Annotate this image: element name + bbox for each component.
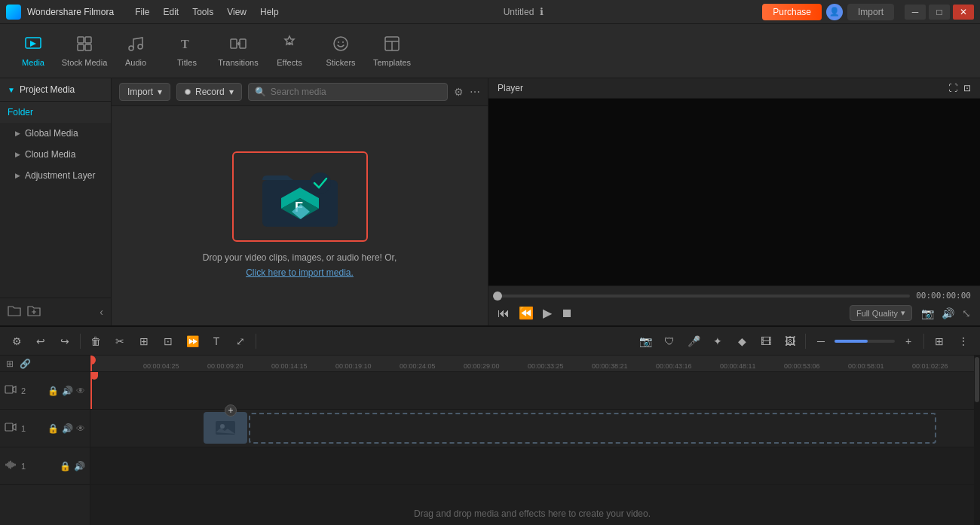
import-dropdown[interactable]: Import ▾ <box>119 83 170 101</box>
track1-mute-icon[interactable]: 🔊 <box>62 423 73 434</box>
quality-selector[interactable]: Full Quality ▾ <box>850 305 912 321</box>
minimize-button[interactable]: ─ <box>905 5 926 20</box>
user-avatar[interactable]: 👤 <box>826 4 843 20</box>
menu-help[interactable]: Help <box>254 4 285 20</box>
grid-button[interactable]: ⊞ <box>929 331 950 352</box>
tool-transitions[interactable]: Transitions <box>214 29 262 74</box>
media-area: Import ▾ Record ▾ 🔍 ⚙ ⋯ <box>112 78 488 325</box>
adjust-button[interactable]: ⤢ <box>230 331 251 352</box>
tool-stock-media[interactable]: Stock Media <box>60 29 109 74</box>
nav-folder[interactable]: Folder <box>0 102 111 123</box>
drop-folder-area[interactable]: F <box>232 151 368 242</box>
drop-link[interactable]: Click here to import media. <box>246 267 354 278</box>
track-row-audio1[interactable] <box>90 447 974 485</box>
zoom-out-button[interactable]: ─ <box>810 331 831 352</box>
svg-rect-1 <box>78 37 84 43</box>
text-button[interactable]: T <box>206 331 227 352</box>
panel-collapse-icon[interactable]: ‹ <box>100 306 103 318</box>
zoom-in-button[interactable]: + <box>898 331 919 352</box>
link-icon[interactable]: 🔗 <box>20 359 31 369</box>
tool-audio[interactable]: Audio <box>112 29 160 74</box>
track-row-video2[interactable] <box>90 372 974 410</box>
close-button[interactable]: ✕ <box>953 5 974 20</box>
timeline-scrollbar[interactable] <box>974 356 980 525</box>
track-row-video1[interactable]: + <box>90 410 974 447</box>
scrollbar-thumb[interactable] <box>975 357 979 402</box>
more-options-icon[interactable]: ⋯ <box>470 86 480 98</box>
timeline-track-labels: ⊞ 🔗 2 🔒 🔊 👁 <box>0 356 90 525</box>
track2-lock-icon[interactable]: 🔒 <box>47 386 59 396</box>
volume-icon[interactable]: 🔊 <box>942 307 954 319</box>
more-button[interactable]: ⋮ <box>953 331 974 352</box>
effects-timeline-button[interactable]: ✦ <box>707 331 728 352</box>
delete-button[interactable]: 🗑 <box>85 331 106 352</box>
filter-icon[interactable]: ⚙ <box>454 86 464 98</box>
player-settings-icon[interactable]: ⊡ <box>963 83 971 93</box>
image-button[interactable]: 🖼 <box>779 331 801 352</box>
menu-bar: File Edit Tools View Help <box>129 4 285 20</box>
menu-view[interactable]: View <box>221 4 253 20</box>
import-header-button[interactable]: Import <box>847 4 894 20</box>
tool-titles[interactable]: T Titles <box>163 29 211 74</box>
zoom-slider[interactable] <box>835 340 895 343</box>
transitions-icon <box>229 35 247 55</box>
add-track-icon[interactable]: ⊞ <box>6 359 14 369</box>
audio1-mute-icon[interactable]: 🔊 <box>74 461 85 472</box>
record-dropdown[interactable]: Record ▾ <box>176 83 242 101</box>
timeline-settings-button[interactable]: ⚙ <box>6 331 27 352</box>
stop-button[interactable]: ⏹ <box>561 307 573 320</box>
tool-templates[interactable]: Templates <box>368 29 416 74</box>
track2-visibility-icon[interactable]: 👁 <box>76 386 85 396</box>
nav-cloud-media[interactable]: ▶ Cloud Media <box>0 144 111 165</box>
progress-bar[interactable] <box>498 295 910 298</box>
track1-visibility-icon[interactable]: 👁 <box>76 423 85 434</box>
camera-button[interactable]: 📷 <box>635 331 656 352</box>
keyframe-button[interactable]: ◆ <box>731 331 752 352</box>
folder-new-icon[interactable] <box>27 304 41 319</box>
menu-edit[interactable]: Edit <box>158 4 185 20</box>
video2-icon <box>5 384 17 397</box>
crop-timeline-button[interactable]: ⊡ <box>158 331 179 352</box>
screenshot-icon[interactable]: 📷 <box>921 307 934 319</box>
maximize-button[interactable]: □ <box>929 5 950 20</box>
frame-back-button[interactable]: ⏪ <box>519 306 534 320</box>
nav-adjustment-layer[interactable]: ▶ Adjustment Layer <box>0 165 111 186</box>
folder-open-icon[interactable] <box>8 304 21 319</box>
info-icon[interactable]: ℹ <box>540 6 544 17</box>
global-media-label: Global Media <box>25 128 78 139</box>
shield-button[interactable]: 🛡 <box>659 331 680 352</box>
menu-tools[interactable]: Tools <box>186 4 219 20</box>
track1-lock-icon[interactable]: 🔒 <box>47 423 59 434</box>
crop-icon[interactable]: ⤡ <box>962 307 971 319</box>
speed-button[interactable]: ⏩ <box>182 331 203 352</box>
track-drop-zone[interactable] <box>249 413 936 444</box>
search-input[interactable] <box>271 87 441 97</box>
play-button[interactable]: ▶ <box>543 306 552 320</box>
mic-button[interactable]: 🎤 <box>683 331 704 352</box>
player-header-icons: ⛶ ⊡ <box>948 83 971 93</box>
ruler-mark-9: 00:00:43:16 <box>656 362 692 370</box>
zoom-fill <box>835 340 868 343</box>
svg-rect-8 <box>231 39 237 48</box>
clip-button[interactable]: 🎞 <box>755 331 776 352</box>
redo-button[interactable]: ↪ <box>54 331 75 352</box>
svg-point-6 <box>138 44 142 49</box>
ruler-mark-10: 00:00:48:11 <box>720 362 756 370</box>
audio1-lock-icon[interactable]: 🔒 <box>60 461 71 472</box>
undo-button[interactable]: ↩ <box>30 331 51 352</box>
track2-mute-icon[interactable]: 🔊 <box>62 386 73 396</box>
ruler-mark-4: 00:00:19:10 <box>335 362 372 370</box>
titlebar-center: Untitled ℹ <box>504 6 544 17</box>
skip-back-button[interactable]: ⏮ <box>498 307 510 320</box>
add-to-track-button[interactable]: + <box>225 404 237 417</box>
tool-stickers[interactable]: Stickers <box>317 29 365 74</box>
split-button[interactable]: ⊞ <box>133 331 155 352</box>
menu-file[interactable]: File <box>129 4 155 20</box>
purchase-button[interactable]: Purchase <box>762 4 822 20</box>
svg-point-10 <box>288 42 291 45</box>
nav-global-media[interactable]: ▶ Global Media <box>0 123 111 144</box>
tool-effects[interactable]: Effects <box>265 29 314 74</box>
tool-media[interactable]: Media <box>9 29 57 74</box>
cut-button[interactable]: ✂ <box>109 331 130 352</box>
player-fullscreen-icon[interactable]: ⛶ <box>948 83 957 93</box>
